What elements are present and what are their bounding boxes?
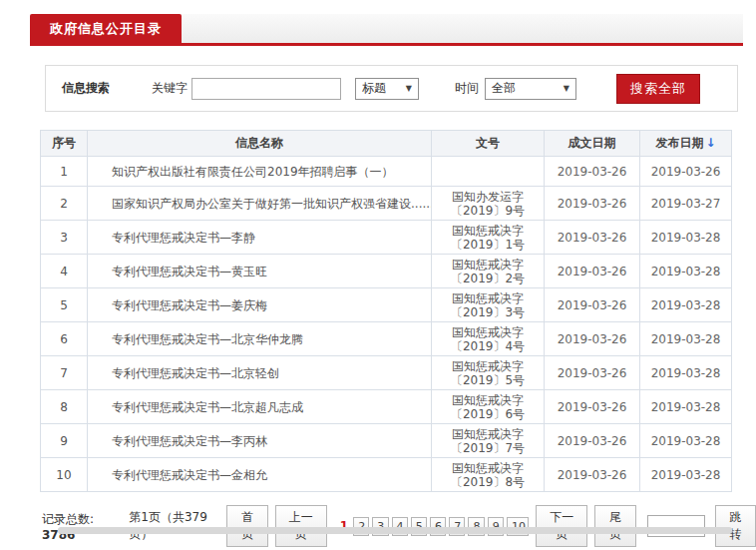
row-index: 5 — [41, 288, 88, 322]
row-index: 8 — [41, 390, 88, 424]
row-date-published: 2019-03-27 — [640, 187, 732, 221]
row-date-written: 2019-03-26 — [545, 157, 640, 187]
row-date-published: 2019-03-28 — [640, 458, 732, 492]
page-info: 第1页（共379页） — [129, 509, 219, 543]
keyword-label: 关键字 — [152, 80, 188, 97]
last-page-button[interactable]: 尾页 — [594, 505, 635, 547]
results-table: 序号 信息名称 文号 成文日期 发布日期↓ 1 知识产权出版社有限责任公司201… — [40, 130, 732, 492]
prev-page-button[interactable]: 上一页 — [275, 505, 327, 547]
row-index: 10 — [41, 458, 88, 492]
row-doc-number: 国知惩戒决字 〔2019〕3号 — [432, 288, 545, 322]
row-index: 6 — [41, 322, 88, 356]
gov-info-directory-page: 政府信息公开目录 信息搜索 关键字 标题 ▼ 时间 全部 ▼ 搜索全部 序号 信… — [0, 0, 756, 547]
table-row: 3 专利代理惩戒决定书—李静 国知惩戒决字 〔2019〕1号 2019-03-2… — [41, 221, 732, 255]
row-title-link[interactable]: 专利代理惩戒决定书—黄玉旺 — [88, 255, 432, 288]
row-title-link[interactable]: 专利代理惩戒决定书—李静 — [88, 221, 432, 255]
row-date-published: 2019-03-28 — [640, 255, 732, 288]
table-row: 1 知识产权出版社有限责任公司2019年招聘启事（一） 2019-03-26 2… — [41, 157, 732, 187]
col-header-date-published-label: 发布日期 — [655, 136, 703, 150]
col-header-title: 信息名称 — [88, 131, 432, 157]
table-row: 4 专利代理惩戒决定书—黄玉旺 国知惩戒决字 〔2019〕2号 2019-03-… — [41, 255, 732, 288]
row-title-link[interactable]: 专利代理惩戒决定书—北京华仲龙腾 — [88, 322, 432, 356]
time-selected-value: 全部 — [492, 80, 516, 97]
row-title-link[interactable]: 专利代理惩戒决定书—北京超凡志成 — [88, 390, 432, 424]
row-date-published: 2019-03-28 — [640, 424, 732, 458]
table-row: 10 专利代理惩戒决定书—金相允 国知惩戒决字 〔2019〕8号 2019-03… — [41, 458, 732, 492]
row-date-written: 2019-03-26 — [545, 288, 640, 322]
time-select[interactable]: 全部 ▼ — [485, 78, 576, 100]
row-date-published: 2019-03-28 — [640, 390, 732, 424]
row-doc-number: 国知惩戒决字 〔2019〕4号 — [432, 322, 545, 356]
row-index: 1 — [41, 157, 88, 187]
tab-gov-info-directory[interactable]: 政府信息公开目录 — [30, 14, 182, 43]
row-title-link[interactable]: 专利代理惩戒决定书—北京轻创 — [88, 356, 432, 390]
table-row: 2 国家知识产权局办公室关于做好第一批知识产权强省建设...... 国知办发运字… — [41, 187, 732, 221]
row-index: 3 — [41, 221, 88, 255]
row-doc-number: 国知惩戒决字 〔2019〕6号 — [432, 390, 545, 424]
table-row: 8 专利代理惩戒决定书—北京超凡志成 国知惩戒决字 〔2019〕6号 2019-… — [41, 390, 732, 424]
row-doc-number: 国知惩戒决字 〔2019〕2号 — [432, 255, 545, 288]
row-title-link[interactable]: 国家知识产权局办公室关于做好第一批知识产权强省建设...... — [88, 187, 432, 221]
row-date-published: 2019-03-28 — [640, 356, 732, 390]
row-doc-number — [432, 157, 545, 187]
row-doc-number: 国知惩戒决字 〔2019〕1号 — [432, 221, 545, 255]
records-total: 记录总数: 3786 — [42, 511, 121, 542]
col-header-index: 序号 — [41, 131, 88, 157]
time-label: 时间 — [455, 80, 479, 97]
jump-button[interactable]: 跳转 — [715, 505, 756, 547]
keyword-input[interactable] — [191, 78, 341, 100]
row-title-link[interactable]: 知识产权出版社有限责任公司2019年招聘启事（一） — [88, 157, 432, 187]
tab-divider — [30, 43, 743, 46]
row-date-written: 2019-03-26 — [545, 424, 640, 458]
col-header-doc-number: 文号 — [432, 131, 545, 157]
chevron-down-icon: ▼ — [564, 84, 569, 93]
sort-desc-icon: ↓ — [705, 136, 715, 150]
tab-bar: 政府信息公开目录 — [30, 14, 743, 43]
row-date-published: 2019-03-28 — [640, 221, 732, 255]
row-index: 9 — [41, 424, 88, 458]
row-title-link[interactable]: 专利代理惩戒决定书—李丙林 — [88, 424, 432, 458]
first-page-button[interactable]: 首页 — [226, 505, 267, 547]
row-date-written: 2019-03-26 — [545, 255, 640, 288]
search-panel: 信息搜索 关键字 标题 ▼ 时间 全部 ▼ 搜索全部 — [45, 65, 738, 112]
search-section-label: 信息搜索 — [62, 80, 110, 97]
scope-selected-value: 标题 — [362, 80, 386, 97]
row-date-written: 2019-03-26 — [545, 221, 640, 255]
row-date-published: 2019-03-28 — [640, 322, 732, 356]
table-row: 5 专利代理惩戒决定书—姜庆梅 国知惩戒决字 〔2019〕3号 2019-03-… — [41, 288, 732, 322]
table-row: 7 专利代理惩戒决定书—北京轻创 国知惩戒决字 〔2019〕5号 2019-03… — [41, 356, 732, 390]
row-date-written: 2019-03-26 — [545, 458, 640, 492]
scope-select[interactable]: 标题 ▼ — [355, 78, 419, 100]
row-index: 2 — [41, 187, 88, 221]
col-header-date-written: 成文日期 — [545, 131, 640, 157]
next-page-button[interactable]: 下一页 — [536, 505, 587, 547]
row-index: 4 — [41, 255, 88, 288]
col-header-date-published[interactable]: 发布日期↓ — [640, 131, 732, 157]
row-title-link[interactable]: 专利代理惩戒决定书—姜庆梅 — [88, 288, 432, 322]
row-date-written: 2019-03-26 — [545, 356, 640, 390]
container-shadow — [58, 527, 732, 534]
table-row: 9 专利代理惩戒决定书—李丙林 国知惩戒决字 〔2019〕7号 2019-03-… — [41, 424, 732, 458]
pagination-bar: 记录总数: 3786 第1页（共379页） 首页 上一页 1 2 3 4 5 6… — [42, 505, 756, 547]
search-all-button[interactable]: 搜索全部 — [616, 74, 700, 104]
table-header-row: 序号 信息名称 文号 成文日期 发布日期↓ — [41, 131, 732, 157]
row-index: 7 — [41, 356, 88, 390]
row-title-link[interactable]: 专利代理惩戒决定书—金相允 — [88, 458, 432, 492]
row-date-written: 2019-03-26 — [545, 322, 640, 356]
row-doc-number: 国知惩戒决字 〔2019〕7号 — [432, 424, 545, 458]
chevron-down-icon: ▼ — [406, 84, 412, 93]
row-date-written: 2019-03-26 — [545, 390, 640, 424]
row-date-published: 2019-03-26 — [640, 157, 732, 187]
row-date-written: 2019-03-26 — [545, 187, 640, 221]
row-date-published: 2019-03-28 — [640, 288, 732, 322]
row-doc-number: 国知办发运字 〔2019〕9号 — [432, 187, 545, 221]
table-row: 6 专利代理惩戒决定书—北京华仲龙腾 国知惩戒决字 〔2019〕4号 2019-… — [41, 322, 732, 356]
row-doc-number: 国知惩戒决字 〔2019〕5号 — [432, 356, 545, 390]
row-doc-number: 国知惩戒决字 〔2019〕8号 — [432, 458, 545, 492]
